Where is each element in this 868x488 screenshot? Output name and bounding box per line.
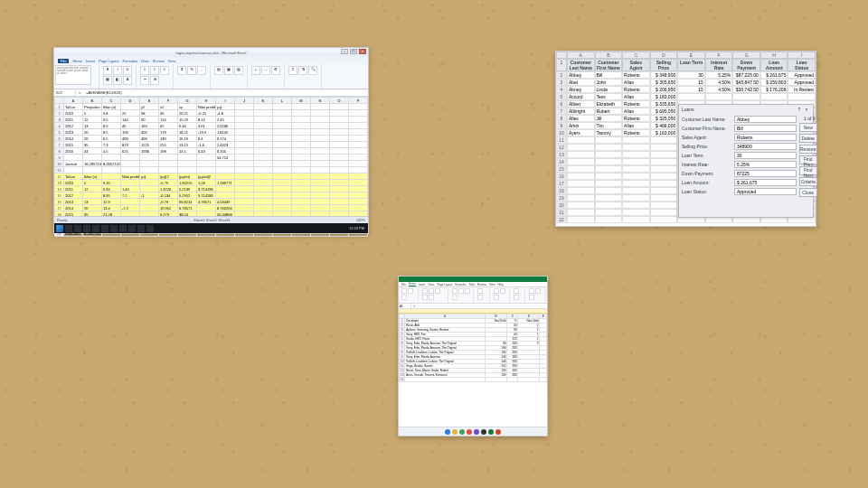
- header-cell[interactable]: Interest Rate: [705, 59, 733, 71]
- cell[interactable]: $ 305,650: [650, 79, 678, 86]
- cell[interactable]: 49: [159, 110, 178, 117]
- col-header[interactable]: G: [732, 52, 760, 59]
- cell[interactable]: [64, 155, 83, 161]
- cell[interactable]: 9.5: [102, 117, 121, 123]
- row-header[interactable]: 7: [556, 108, 567, 115]
- cell[interactable]: 6.5: [102, 136, 121, 142]
- cell[interactable]: 0.4: [197, 136, 216, 142]
- cell[interactable]: [349, 117, 368, 123]
- col-header[interactable]: H: [197, 98, 216, 104]
- cell[interactable]: 54.714: [216, 155, 235, 161]
- cell[interactable]: [235, 129, 254, 136]
- font-color-button[interactable]: A: [123, 76, 132, 85]
- col-header[interactable]: C: [622, 52, 650, 59]
- ribbon-tab[interactable]: Home: [72, 59, 82, 63]
- cell[interactable]: [311, 117, 330, 123]
- cell[interactable]: [330, 192, 349, 199]
- cell[interactable]: Jumlah: [64, 161, 83, 167]
- close-button[interactable]: ×: [359, 49, 366, 54]
- field-input[interactable]: [734, 170, 797, 177]
- cell[interactable]: [292, 142, 311, 148]
- cell[interactable]: [567, 144, 595, 151]
- cell[interactable]: [292, 174, 311, 180]
- cell[interactable]: 13.4: [102, 205, 121, 211]
- find-button[interactable]: [529, 295, 534, 300]
- col-header[interactable]: D: [650, 52, 678, 59]
- cell[interactable]: 35: [83, 142, 102, 148]
- header-cell[interactable]: Loan Status: [788, 59, 816, 71]
- cell[interactable]: [273, 136, 292, 142]
- form-close-button[interactable]: ×: [803, 107, 810, 112]
- cell[interactable]: 1.3226: [159, 186, 178, 192]
- cell[interactable]: [349, 148, 368, 155]
- cell[interactable]: [567, 173, 595, 180]
- form-button-close[interactable]: Close: [799, 188, 817, 197]
- cell[interactable]: [330, 142, 349, 148]
- cell[interactable]: [273, 186, 292, 192]
- cell[interactable]: $ 466,000: [650, 122, 678, 129]
- fill-color-button[interactable]: ◧: [113, 76, 122, 85]
- cell[interactable]: [595, 202, 623, 209]
- cell[interactable]: $ 348,900: [650, 71, 678, 79]
- cell[interactable]: [595, 209, 623, 216]
- cell[interactable]: [330, 199, 349, 205]
- cell[interactable]: [311, 155, 330, 161]
- taskbar-item[interactable]: [92, 225, 99, 232]
- cell[interactable]: Approved: [788, 79, 816, 86]
- cell[interactable]: 5: [83, 110, 102, 117]
- cell[interactable]: 1.90215: [178, 180, 197, 186]
- cell[interactable]: [254, 129, 273, 136]
- format-button[interactable]: ⚙: [271, 66, 280, 75]
- cell[interactable]: -7.2: [121, 205, 140, 211]
- formula-input[interactable]: =AVERAGE(B14:B20): [84, 90, 123, 95]
- header-cell[interactable]: Down Payment: [732, 59, 760, 71]
- windows-taskbar[interactable]: 11:50 PM: [54, 223, 368, 233]
- cell[interactable]: [254, 142, 273, 148]
- cell[interactable]: [121, 199, 140, 205]
- cell[interactable]: 7.3: [102, 142, 121, 148]
- header-cell[interactable]: Customer Last Name: [567, 59, 595, 71]
- cell[interactable]: $ 335,650: [650, 100, 678, 108]
- cell[interactable]: 2012: [64, 123, 83, 129]
- cell[interactable]: [159, 155, 178, 161]
- paste-preview[interactable]: paste preview text content sample lorem …: [55, 65, 91, 85]
- cell[interactable]: 9.2952: [178, 192, 197, 199]
- cell[interactable]: [235, 142, 254, 148]
- cell[interactable]: [349, 110, 368, 117]
- cell[interactable]: Roberts: [622, 129, 650, 136]
- cell[interactable]: [330, 136, 349, 142]
- cell[interactable]: [159, 167, 178, 174]
- row-header[interactable]: 14: [556, 158, 567, 165]
- cell[interactable]: $87,225.00: [732, 71, 760, 79]
- cell[interactable]: 0.174: [216, 136, 235, 142]
- row-header[interactable]: 1: [55, 104, 64, 110]
- cell[interactable]: 15.29: [178, 117, 197, 123]
- cell[interactable]: [330, 123, 349, 129]
- row-header[interactable]: 9: [556, 122, 567, 129]
- cell[interactable]: [595, 194, 623, 202]
- cell[interactable]: [622, 180, 650, 187]
- cell[interactable]: 9.714286: [197, 192, 216, 199]
- cell[interactable]: [567, 202, 595, 209]
- col-header[interactable]: G: [178, 98, 197, 104]
- cell[interactable]: [197, 205, 216, 211]
- cell[interactable]: -4.8: [216, 110, 235, 117]
- ribbon-tab[interactable]: Draw: [428, 283, 434, 286]
- cell[interactable]: [235, 205, 254, 211]
- cell[interactable]: [273, 142, 292, 148]
- ribbon-tab[interactable]: View: [489, 283, 495, 286]
- cell[interactable]: [273, 110, 292, 117]
- cell[interactable]: [254, 104, 273, 110]
- cell[interactable]: [121, 155, 140, 161]
- cell[interactable]: [292, 117, 311, 123]
- italic-button[interactable]: [429, 288, 434, 294]
- cell[interactable]: [595, 136, 623, 144]
- cell[interactable]: Roberts: [622, 86, 650, 93]
- col-header[interactable]: C: [102, 98, 121, 104]
- cell[interactable]: [178, 167, 197, 174]
- cell[interactable]: [349, 104, 368, 110]
- ribbon-tab[interactable]: Data: [469, 283, 475, 286]
- ribbon-tab[interactable]: Insert: [86, 59, 95, 63]
- cell[interactable]: Iklan (x): [83, 174, 102, 180]
- cell[interactable]: [595, 216, 623, 223]
